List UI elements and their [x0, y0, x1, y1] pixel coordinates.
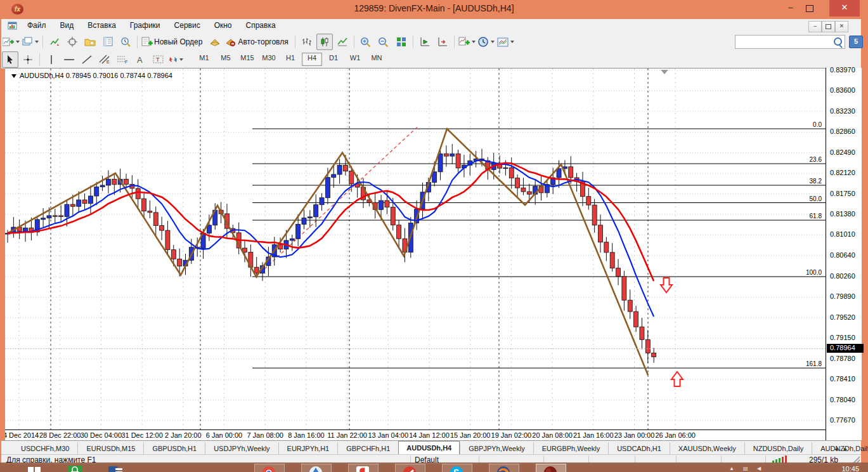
signal-arrow-up-icon [671, 372, 683, 386]
tile-windows-button[interactable] [393, 34, 410, 50]
tick-chart-button[interactable] [46, 34, 63, 50]
tab-scroll-buttons[interactable]: ◄► [833, 446, 852, 452]
price-chart[interactable]: 0.023.638.250.061.8100.0161.8 [5, 69, 826, 430]
taskbar-app-drive-icon[interactable] [308, 465, 323, 472]
timeframe-button-h4[interactable]: H4 [302, 53, 322, 66]
fibonacci-icon: F [117, 55, 128, 64]
strategy-tester-button[interactable] [117, 34, 134, 50]
zoom-in-button[interactable] [358, 34, 374, 50]
tab-scroll-left-button[interactable]: ◄ [833, 446, 843, 452]
tab-audusdh-h4[interactable]: AUDUSDh,H4 [398, 441, 460, 455]
crosshair-target-button[interactable] [64, 34, 81, 50]
text-label-tool-button[interactable]: T [150, 51, 166, 68]
tab-nzdusdh-daily[interactable]: NZDUSDh,Daily [744, 442, 812, 455]
tab-eurjpyh-h1[interactable]: EURJPYh,H1 [278, 442, 338, 455]
expert-advisors-button[interactable] [207, 34, 223, 50]
timeframe-button-m15[interactable]: M15 [237, 53, 257, 66]
timeframe-button-m30[interactable]: M30 [259, 53, 279, 66]
tab-eurusdh-m15[interactable]: EURUSDh,M15 [77, 442, 143, 455]
tab-gbpchfh-h1[interactable]: GBPCHFh,H1 [337, 442, 398, 455]
search-input[interactable] [737, 36, 832, 48]
timeframe-button-d1[interactable]: D1 [323, 53, 344, 66]
bar-chart-button[interactable] [299, 34, 315, 50]
fib-label-38.2: 38.2 [810, 178, 822, 185]
new-chart-button[interactable] [2, 34, 20, 50]
line-chart-button[interactable] [334, 34, 351, 50]
taskbar-tray-volume-icon[interactable]: ◀ [757, 466, 761, 471]
child-restore-button[interactable] [822, 21, 835, 32]
menu-item-help[interactable]: Справка [239, 19, 283, 33]
tab-usdchfh-m30[interactable]: USDCHFh,M30 [13, 442, 77, 455]
text-tool-button[interactable]: A [132, 51, 148, 68]
tab-gbpjpyh-weekly[interactable]: GBPJPYh,Weekly [460, 442, 533, 455]
taskbar-app-yandex-browser-icon[interactable] [402, 465, 417, 472]
taskbar-app-firefox-icon[interactable] [496, 465, 511, 472]
menu-item-service[interactable]: Сервис [167, 19, 207, 33]
favorites-button[interactable] [82, 34, 98, 50]
window-maximize-button[interactable] [800, 0, 819, 16]
svg-text:T: T [156, 56, 160, 63]
equidistant-channel-tool-button[interactable]: E [96, 51, 113, 68]
chart-pane[interactable]: 0.023.638.250.061.8100.0161.8 AUDUSDh,H4… [5, 68, 826, 430]
price-axis[interactable]: 0.78964 0.839700.836000.832300.828600.82… [826, 68, 862, 440]
taskbar-app-skype-icon[interactable] [449, 465, 464, 472]
tab-usdcadh-h1[interactable]: USDCADh,H1 [608, 442, 670, 455]
taskbar-app-chrome-icon[interactable] [261, 465, 276, 472]
fibonacci-tool-button[interactable]: F [114, 51, 131, 68]
taskbar-tray-network-icon[interactable]: ▤ [743, 466, 748, 471]
child-close-button[interactable]: ✕ [835, 21, 848, 32]
child-minimize-button[interactable]: – [808, 21, 822, 32]
timeframe-button-m1[interactable]: M1 [194, 53, 214, 66]
trendline-tool-button[interactable] [79, 51, 95, 68]
taskbar-clock[interactable]: 10:45 [841, 465, 859, 472]
taskbar-app-store-icon[interactable] [67, 465, 82, 472]
taskbar-app-word-icon[interactable] [108, 465, 123, 472]
indicators-button[interactable] [458, 34, 476, 50]
expert-advisor-icon [209, 37, 221, 46]
chart-shift-button[interactable] [434, 34, 451, 50]
new-order-button[interactable]: Новый Ордер [141, 34, 205, 50]
vertical-line-tool-button[interactable] [43, 51, 60, 68]
periods-button[interactable] [477, 34, 495, 50]
taskbar-tray-expand-icon[interactable]: ▲ [729, 466, 734, 471]
search-icon[interactable] [834, 37, 842, 46]
window-close-button[interactable]: ✕ [829, 0, 860, 16]
tab-scroll-right-button[interactable]: ► [843, 446, 852, 452]
timeframe-button-h1[interactable]: H1 [280, 53, 301, 66]
taskbar-app-metatrader-icon[interactable] [543, 465, 558, 472]
timeframe-button-m5[interactable]: M5 [216, 53, 236, 66]
fib-label-161.8: 161.8 [806, 360, 822, 367]
tab-gbpusdh-h1[interactable]: GBPUSDh,H1 [143, 442, 205, 455]
cursor-tool-button[interactable] [2, 51, 18, 68]
templates-button[interactable] [496, 34, 515, 50]
favorites-folder-icon [84, 37, 96, 47]
taskbar-app-yandex-icon[interactable] [355, 465, 370, 472]
menu-item-file[interactable]: Файл [20, 19, 53, 33]
profiles-icon [22, 37, 33, 47]
notifications-button[interactable]: 5 [849, 36, 863, 48]
window-title: 129859: DivenFX-Main - [AUDUSDh,H4] [0, 3, 868, 13]
maximize-icon [806, 5, 813, 12]
candlestick-chart-button[interactable] [316, 34, 333, 50]
auto-scroll-button[interactable] [417, 34, 433, 50]
timeframe-button-mn[interactable]: MN [366, 53, 387, 66]
menu-item-window[interactable]: Окно [207, 19, 239, 33]
horizontal-line-tool-button[interactable] [61, 51, 77, 68]
data-window-button[interactable] [100, 34, 116, 50]
zoom-out-button[interactable] [375, 34, 392, 50]
profiles-button[interactable] [22, 34, 39, 50]
timeframe-button-w1[interactable]: W1 [345, 53, 365, 66]
tab-xauusdh-weekly[interactable]: XAUUSDh,Weekly [670, 442, 744, 455]
crosshair-tool-button[interactable] [20, 51, 36, 68]
tab-eurgbph-weekly[interactable]: EURGBPh,Weekly [533, 442, 609, 455]
menu-item-charts[interactable]: Графики [123, 19, 167, 33]
time-axis[interactable]: 24 Dec 201428 Dec 22:0030 Dec 04:0031 De… [5, 429, 826, 441]
taskbar-app-windows-start-icon[interactable] [27, 465, 42, 472]
tab-usdjpyh-weekly[interactable]: USDJPYh,Weekly [205, 442, 278, 455]
arrow-objects-button[interactable] [167, 51, 184, 68]
menu-item-insert[interactable]: Вставка [81, 19, 123, 33]
window-minimize-button[interactable]: – [781, 0, 800, 16]
auto-trading-button[interactable]: Авто-торговля [224, 34, 291, 50]
chart-window-icon[interactable] [8, 21, 18, 31]
menu-item-view[interactable]: Вид [53, 19, 81, 33]
